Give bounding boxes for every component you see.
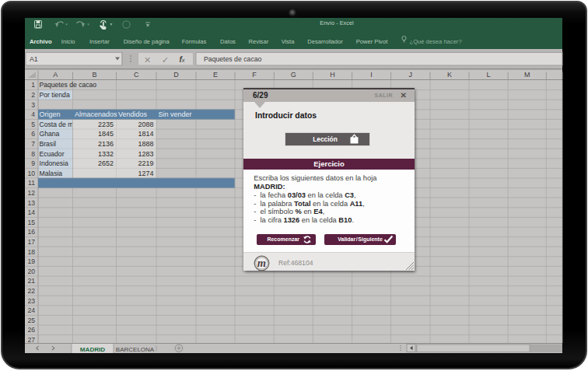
svg-text:1888: 1888 — [138, 140, 153, 148]
svg-text:14: 14 — [27, 208, 35, 216]
svg-text:19: 19 — [27, 257, 35, 265]
svg-text:15: 15 — [27, 219, 35, 226]
svg-text:Vista: Vista — [282, 38, 296, 45]
svg-text:9: 9 — [31, 159, 35, 167]
svg-text:16: 16 — [27, 228, 35, 236]
svg-text:J: J — [409, 71, 413, 79]
svg-text:B: B — [92, 71, 96, 79]
svg-text:Paquetes de cacao: Paquetes de cacao — [40, 81, 97, 89]
svg-text:A1: A1 — [30, 55, 38, 63]
svg-text:3: 3 — [31, 101, 35, 109]
svg-text:Envío - Excel: Envío - Excel — [320, 19, 354, 26]
svg-text:Malasia: Malasia — [40, 170, 63, 177]
svg-text:F: F — [252, 71, 257, 79]
svg-text:✕: ✕ — [144, 55, 151, 65]
svg-text:Datos: Datos — [220, 38, 236, 45]
svg-text:27: 27 — [27, 336, 35, 344]
svg-text:A: A — [53, 71, 58, 79]
svg-text:13: 13 — [27, 199, 35, 207]
svg-text:10: 10 — [27, 170, 35, 177]
svg-text:23: 23 — [27, 297, 35, 305]
svg-text:6: 6 — [31, 130, 35, 138]
svg-text:Brasil: Brasil — [40, 140, 57, 148]
svg-text:▾: ▾ — [110, 22, 113, 26]
svg-text:5: 5 — [31, 121, 35, 128]
svg-text:20: 20 — [27, 268, 35, 275]
svg-text:2: 2 — [31, 91, 35, 99]
svg-text:MADRID: MADRID — [80, 346, 106, 353]
svg-text:Vendidos: Vendidos — [118, 110, 148, 118]
svg-text:21: 21 — [27, 277, 35, 285]
svg-text:7: 7 — [31, 140, 35, 148]
svg-text:12: 12 — [27, 189, 35, 197]
svg-text:M: M — [524, 71, 530, 79]
svg-text:fx: fx — [179, 55, 184, 64]
svg-text:Fórmulas: Fórmulas — [182, 38, 207, 45]
svg-text:C: C — [134, 71, 139, 79]
svg-text:Ghana: Ghana — [40, 130, 60, 138]
svg-text:1845: 1845 — [98, 130, 114, 138]
svg-text:1274: 1274 — [138, 170, 153, 177]
svg-text:I: I — [370, 71, 373, 79]
svg-text:1332: 1332 — [98, 150, 114, 158]
svg-text:2088: 2088 — [138, 121, 153, 128]
svg-text:1: 1 — [31, 81, 35, 89]
svg-text:Insertar: Insertar — [89, 38, 110, 45]
svg-text:Origen: Origen — [40, 110, 61, 118]
svg-text:11: 11 — [28, 179, 35, 187]
svg-text:Almacenados: Almacenados — [75, 110, 117, 118]
svg-text:H: H — [330, 71, 335, 79]
svg-text:8: 8 — [31, 150, 35, 158]
svg-text:L: L — [487, 71, 491, 79]
svg-text:Por tienda: Por tienda — [40, 91, 70, 99]
svg-text:G: G — [291, 71, 296, 79]
svg-text:Power Pivot: Power Pivot — [356, 38, 388, 45]
svg-text:¿Qué desea hacer?: ¿Qué desea hacer? — [410, 38, 462, 45]
svg-text:24: 24 — [27, 306, 35, 314]
svg-text:Paquetes de cacao: Paquetes de cacao — [204, 55, 262, 63]
svg-text:E: E — [213, 71, 218, 79]
svg-text:Desarrollador: Desarrollador — [307, 38, 343, 45]
svg-text:Ecuador: Ecuador — [40, 150, 65, 158]
svg-text:D: D — [173, 71, 179, 79]
svg-text:1283: 1283 — [138, 150, 153, 158]
svg-text:K: K — [447, 71, 452, 79]
svg-text:Revisar: Revisar — [248, 38, 268, 45]
svg-text:26: 26 — [27, 326, 35, 334]
svg-text:17: 17 — [27, 238, 35, 246]
svg-text:BARCELONA: BARCELONA — [116, 346, 155, 353]
svg-text:1814: 1814 — [138, 130, 153, 138]
svg-text:22: 22 — [27, 287, 35, 295]
svg-text:18: 18 — [27, 248, 35, 256]
svg-text:2136: 2136 — [98, 140, 114, 148]
svg-text:25: 25 — [27, 317, 35, 324]
svg-text:m: m — [257, 257, 266, 269]
svg-text:4: 4 — [31, 110, 35, 118]
svg-text:2219: 2219 — [138, 159, 153, 167]
svg-text:2235: 2235 — [98, 121, 114, 128]
svg-text:Sin vender: Sin vender — [159, 110, 192, 118]
svg-text:Inicio: Inicio — [61, 38, 75, 45]
svg-text:Diseño de página: Diseño de página — [124, 38, 170, 45]
svg-text:✓: ✓ — [162, 55, 170, 65]
svg-text:2652: 2652 — [98, 159, 114, 167]
svg-text:Archivo: Archivo — [30, 38, 52, 45]
svg-text:Indonesia: Indonesia — [40, 159, 68, 167]
